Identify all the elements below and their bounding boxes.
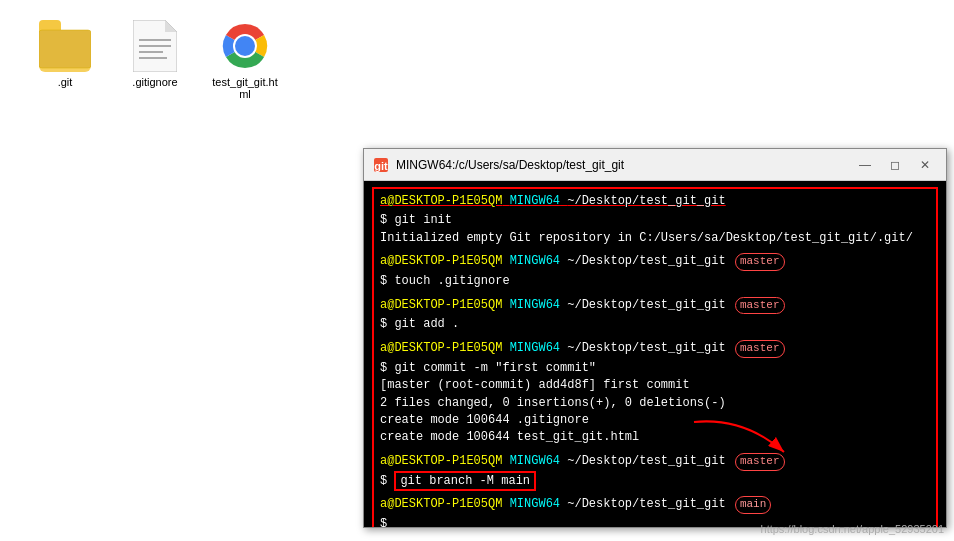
desktop: .git .gitignore (0, 0, 954, 541)
terminal-titlebar: git MINGW64:/c/Users/sa/Desktop/test_git… (364, 149, 946, 181)
terminal-output-1: Initialized empty Git repository in C:/U… (380, 230, 930, 247)
svg-rect-2 (39, 30, 91, 68)
terminal-cmd-1: $ git init (380, 212, 930, 229)
terminal-line-5: a@DESKTOP-P1E05QM MINGW64 ~/Desktop/test… (380, 453, 930, 471)
terminal-line-2: a@DESKTOP-P1E05QM MINGW64 ~/Desktop/test… (380, 253, 930, 271)
svg-text:git: git (374, 160, 388, 172)
html-chrome-icon[interactable]: test_git_git.html (210, 20, 280, 100)
terminal-cmd-4: $ git commit -m "first commit" (380, 360, 930, 377)
maximize-button[interactable]: ◻ (882, 154, 908, 176)
svg-point-12 (238, 39, 252, 53)
terminal-body[interactable]: a@DESKTOP-P1E05QM MINGW64 ~/Desktop/test… (364, 181, 946, 527)
folder-icon-image (39, 20, 91, 72)
git-folder-icon[interactable]: .git (30, 20, 100, 88)
red-outline-box: a@DESKTOP-P1E05QM MINGW64 ~/Desktop/test… (372, 187, 938, 527)
close-button[interactable]: ✕ (912, 154, 938, 176)
branch-badge-5: master (735, 453, 785, 471)
html-chrome-label: test_git_git.html (210, 76, 280, 100)
git-icon: git (372, 156, 390, 174)
branch-badge-4: master (735, 340, 785, 358)
user-host-1: a@DESKTOP-P1E05QM (380, 194, 502, 208)
terminal-title: MINGW64:/c/Users/sa/Desktop/test_git_git (396, 158, 846, 172)
terminal-line-3: a@DESKTOP-P1E05QM MINGW64 ~/Desktop/test… (380, 297, 930, 315)
terminal-line-4: a@DESKTOP-P1E05QM MINGW64 ~/Desktop/test… (380, 340, 930, 358)
terminal-line-6: a@DESKTOP-P1E05QM MINGW64 ~/Desktop/test… (380, 496, 930, 514)
git-branch-box: git branch -M main (394, 471, 536, 491)
terminal-output-4d: create mode 100644 test_git_git.html (380, 429, 930, 446)
terminal-line-1: a@DESKTOP-P1E05QM MINGW64 ~/Desktop/test… (380, 193, 930, 210)
terminal-window: git MINGW64:/c/Users/sa/Desktop/test_git… (363, 148, 947, 528)
terminal-output-4b: 2 files changed, 0 insertions(+), 0 dele… (380, 395, 930, 412)
document-icon-image (129, 20, 181, 72)
terminal-cmd-2: $ touch .gitignore (380, 273, 930, 290)
watermark: https://blog.csdn.net/apple_52935201 (761, 523, 944, 535)
gitignore-icon[interactable]: .gitignore (120, 20, 190, 88)
terminal-cmd-3: $ git add . (380, 316, 930, 333)
shell-1: MINGW64 (510, 194, 560, 208)
branch-badge-main: main (735, 496, 771, 514)
gitignore-label: .gitignore (132, 76, 177, 88)
terminal-cmd-5: $ git branch -M main (380, 473, 930, 490)
chrome-icon-image (219, 20, 271, 72)
terminal-output-4c: create mode 100644 .gitignore (380, 412, 930, 429)
path-1: ~/Desktop/test_git_git (567, 194, 725, 208)
desktop-icons-container: .git .gitignore (0, 0, 954, 120)
branch-badge-2: master (735, 253, 785, 271)
git-folder-label: .git (58, 76, 73, 88)
branch-badge-3: master (735, 297, 785, 315)
minimize-button[interactable]: — (852, 154, 878, 176)
terminal-output-4a: [master (root-commit) add4d8f] first com… (380, 377, 930, 394)
window-controls: — ◻ ✕ (852, 154, 938, 176)
